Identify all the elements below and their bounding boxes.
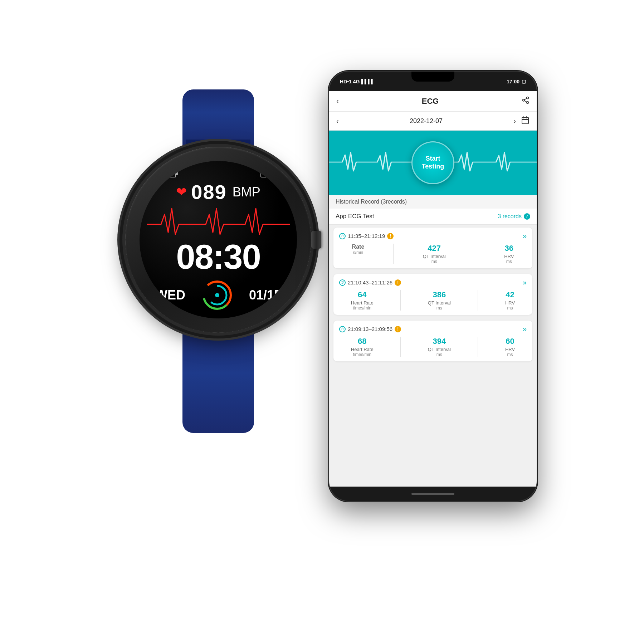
phone-status-bar: HD•1 4G ▌▌▌▌ 17:00 ▢ [329,72,537,91]
status-network: HD•1 4G [340,79,360,84]
clock-icon-2: ⏱ [339,279,346,286]
svg-point-3 [215,293,219,297]
metric-qt-1: 427 QT Interval ms [423,244,446,264]
record-1-header: ⏱ 11:35–21:12:19 ! » [339,232,527,240]
hr-unit-3: times/min [353,352,371,357]
ecg-line-right [443,151,537,174]
qt-unit-1: ms [431,259,437,264]
phone-home-indicator [329,487,537,501]
metric-hrv-1: 36 HRV ms [504,244,514,264]
watch-screen: ⚡ ❤ 089 BMP [140,161,297,318]
record-1-time: ⏱ 11:35–21:12:19 ! [339,233,394,239]
hrv-label-2: HRV [505,300,515,306]
metric-hrv-3: 60 HRV ms [505,337,515,357]
arrow-icon-3[interactable]: » [523,325,527,333]
scene: ⚡ ❤ 089 BMP [107,72,537,572]
home-bar [411,493,454,495]
svg-line-8 [525,98,527,100]
record-1-metrics: Rate s/min 427 QT Interval ms 36 HRV [339,244,527,264]
watch-time: 08:30 [176,240,260,274]
hrv-unit-1: ms [506,259,512,264]
watch-top-bar: ⚡ [161,170,275,177]
heart-icon: ❤ [176,185,187,200]
watch-body: ⚡ ❤ 089 BMP [125,147,311,333]
watch-ecg-area [147,206,290,238]
hrv-value-3: 60 [506,337,514,346]
qt-value-2: 386 [433,290,446,299]
phone-notch [411,72,454,82]
qt-unit-2: ms [436,306,442,311]
metric-qt-3: 394 QT Interval ms [428,337,451,357]
watch-hr-row: ❤ 089 BMP [176,180,260,204]
records-label: App ECG Test [336,213,374,220]
smartphone: HD•1 4G ▌▌▌▌ 17:00 ▢ ‹ ECG [329,72,537,501]
calendar-button[interactable] [521,116,530,126]
warning-icon-3: ! [395,326,401,332]
record-2-metrics: 64 Heart Rate times/min 386 QT Interval … [339,290,527,311]
hr-value-2: 64 [358,290,366,299]
records-count: 3 records [498,213,530,220]
date-prev-button[interactable]: ‹ [336,117,339,125]
hrv-unit-3: ms [507,352,513,357]
qt-label-2: QT Interval [428,300,451,306]
signal-bars: ▌▌▌▌ [361,79,374,84]
watch-charging-icon: ⚡ [161,170,176,177]
qt-value-1: 427 [428,244,441,253]
qt-label-1: QT Interval [423,254,446,259]
hrv-value-2: 42 [506,290,514,299]
qt-unit-3: ms [436,352,442,357]
phone-status-right: 17:00 ▢ [507,79,526,84]
record-card-2[interactable]: ⏱ 21:10:43–21:11:26 ! » 64 Heart Rate ti… [333,274,532,315]
phone-body: HD•1 4G ▌▌▌▌ 17:00 ▢ ‹ ECG [329,72,537,501]
watch-band-bottom [182,333,254,433]
metric-rate-1: Rate s/min [352,244,365,264]
watch-day: WED [155,288,185,303]
hrv-label-3: HRV [505,347,515,352]
start-testing-line1: Start [425,155,440,163]
date-nav: ‹ 2022-12-07 › [329,112,537,131]
ecg-banner: Start Testing [329,131,537,195]
arrow-icon-1[interactable]: » [523,232,527,240]
qt-label-3: QT Interval [428,347,451,352]
warning-icon-1: ! [387,233,394,239]
hrv-value-1: 36 [505,244,513,253]
metric-hr-3: 68 Heart Rate times/min [351,337,374,357]
status-time: 17:00 [507,79,519,84]
records-header-text: Historical Record (3records) [336,199,407,205]
arrow-icon-2[interactable]: » [523,278,527,287]
record-2-header: ⏱ 21:10:43–21:11:26 ! » [339,278,527,287]
hr-value-3: 68 [358,337,366,346]
watch-band-top [182,89,254,147]
record-card-3[interactable]: ⏱ 21:09:13–21:09:56 ! » 68 Heart Rate ti… [333,321,532,361]
records-subheader: App ECG Test 3 records [329,209,537,225]
hrv-unit-2: ms [507,306,513,311]
record-3-header: ⏱ 21:09:13–21:09:56 ! » [339,325,527,333]
back-button[interactable]: ‹ [336,97,339,106]
svg-line-7 [525,101,527,102]
rate-value-1: Rate [352,244,365,250]
date-next-button[interactable]: › [513,117,516,125]
app-header: ‹ ECG [329,91,537,112]
phone-screen: ‹ ECG ‹ 2022-12-07 › [329,91,537,487]
metric-hrv-2: 42 HRV ms [505,290,515,311]
hr-unit-2: times/min [353,306,371,311]
metric-qt-2: 386 QT Interval ms [428,290,451,311]
watch-date: 01/15 [249,288,281,303]
current-date: 2022-12-07 [410,117,443,125]
battery-status: ▢ [522,79,526,84]
metric-hr-2: 64 Heart Rate times/min [351,290,374,311]
phone-status-left: HD•1 4G ▌▌▌▌ [340,79,374,84]
share-button[interactable] [522,96,530,106]
ecg-line-left [329,151,423,174]
watch-bottom-row: WED 01/15 [155,279,281,311]
start-testing-button[interactable]: Start Testing [411,141,454,184]
qt-value-3: 394 [433,337,446,346]
record-card-1[interactable]: ⏱ 11:35–21:12:19 ! » Rate s/min [333,228,532,268]
smartwatch: ⚡ ❤ 089 BMP [107,89,329,483]
svg-rect-9 [522,117,528,124]
watch-gauge [201,279,233,311]
hrv-label-1: HRV [504,254,514,259]
app-title: ECG [422,97,439,106]
record-3-time: ⏱ 21:09:13–21:09:56 ! [339,326,401,332]
watch-bmp-label: BMP [233,185,260,200]
